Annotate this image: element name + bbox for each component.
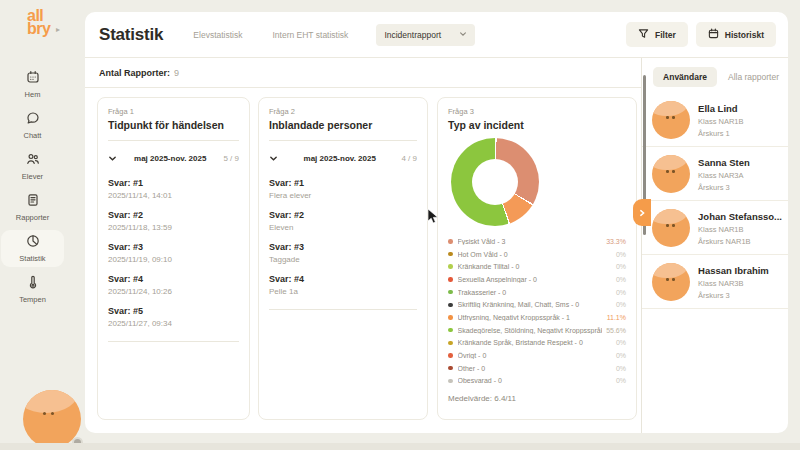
- answer-group-header[interactable]: maj 2025-nov. 2025 4 / 9: [269, 149, 417, 167]
- group-progress: 4 / 9: [401, 154, 417, 163]
- sidebar-item-statistik[interactable]: Statistik: [1, 230, 64, 267]
- report-count-label: Antal Rapporter:: [99, 68, 170, 78]
- app-logo[interactable]: all bry: [27, 9, 50, 35]
- main-body: Antal Rapporter: 9 Fråga 1 Tidpunkt för …: [85, 58, 788, 433]
- legend-item[interactable]: Övrigt - 0 0%: [448, 349, 626, 362]
- answer-item[interactable]: Svar: #2 Eleven: [269, 210, 417, 232]
- sidebar-item-chatt[interactable]: Chatt: [1, 107, 64, 144]
- user-list-item[interactable]: Hassan Ibrahim Klass NAR3B Årskurs 3: [642, 255, 788, 309]
- stats-icon: [26, 234, 40, 252]
- legend-item[interactable]: Kränkande Tilltal - 0 0%: [448, 260, 626, 273]
- legend-item[interactable]: Fysiskt Våld - 3 33.3%: [448, 235, 626, 248]
- sidebar-item-tempen[interactable]: Tempen: [1, 271, 64, 308]
- sidebar: all bry ▸ Hem Chatt Elever Rapporter Sta…: [0, 0, 85, 450]
- sidebar-item-hem[interactable]: Hem: [1, 66, 64, 103]
- users-panel: Användare Alla rapporter Ella Lind Klass…: [641, 58, 788, 433]
- legend-label: Kränkande Språk, Bristande Respekt - 0: [458, 339, 612, 346]
- calendar-icon: [26, 70, 40, 88]
- chart-average: Medelvärde: 6.4/11: [448, 394, 626, 403]
- legend-item[interactable]: Sexuella Anspelningar - 0 0%: [448, 273, 626, 286]
- tab-alla-rapporter[interactable]: Alla rapporter: [728, 72, 779, 82]
- sidebar-item-elever[interactable]: Elever: [1, 148, 64, 185]
- user-list-item[interactable]: Ella Lind Klass NAR1B Årskurs 1: [642, 93, 788, 147]
- question-label: Fråga 1: [108, 107, 239, 116]
- sidebar-item-rapporter[interactable]: Rapporter: [1, 189, 64, 226]
- user-grade: Årskurs NAR1B: [698, 237, 782, 246]
- legend-item[interactable]: Kränkande Språk, Bristande Respekt - 0 0…: [448, 337, 626, 350]
- legend-label: Skadegörelse, Stöldning, Negativt Kropps…: [458, 327, 603, 334]
- tab-anvandare[interactable]: Användare: [653, 67, 717, 87]
- question-label: Fråga 3: [448, 107, 626, 116]
- donut-hole: [472, 159, 518, 205]
- history-label: Historiskt: [725, 30, 764, 40]
- answer-item[interactable]: Svar: #2 2025/11/18, 13:59: [108, 210, 239, 232]
- filter-button[interactable]: Filter: [626, 22, 688, 47]
- answer-group-header[interactable]: maj 2025-nov. 2025 5 / 9: [108, 149, 239, 167]
- people-icon: [26, 152, 40, 170]
- legend-color-dot: [448, 315, 453, 320]
- legend-item[interactable]: Trakasserier - 0 0%: [448, 286, 626, 299]
- sidebar-item-label: Tempen: [19, 295, 46, 304]
- answer-item[interactable]: Svar: #5 2025/11/27, 09:34: [108, 306, 239, 328]
- user-grade: Årskurs 3: [698, 183, 750, 192]
- user-class: Klass NAR3B: [698, 279, 769, 288]
- legend-label: Sexuella Anspelningar - 0: [458, 276, 612, 283]
- answer-item[interactable]: Svar: #3 2025/11/19, 09:10: [108, 242, 239, 264]
- tab-intern-eht-statistik[interactable]: Intern EHT statistisk: [272, 30, 348, 40]
- answer-item[interactable]: Svar: #1 2025/11/14, 14:01: [108, 178, 239, 200]
- legend-item[interactable]: Skadegörelse, Stöldning, Negativt Kropps…: [448, 324, 626, 337]
- funnel-icon: [638, 28, 649, 41]
- divider: [108, 341, 239, 342]
- question-card-2: Fråga 2 Inblandade personer maj 2025-nov…: [258, 97, 428, 420]
- user-name: Ella Lind: [698, 103, 743, 114]
- answer-item[interactable]: Svar: #4 Pelle 1a: [269, 274, 417, 296]
- question-card-3: Fråga 3 Typ av incident Fysiskt Våld - 3…: [437, 97, 637, 420]
- history-button[interactable]: Historiskt: [696, 22, 776, 47]
- user-list-item[interactable]: Johan Stefansso... Klass NAR1B Årskurs N…: [642, 201, 788, 255]
- app-window: all bry ▸ Hem Chatt Elever Rapporter Sta…: [0, 0, 800, 450]
- tab-elevstatistik[interactable]: Elevstatistisk: [193, 30, 242, 40]
- answer-title: Svar: #4: [269, 274, 417, 284]
- group-period: maj 2025-nov. 2025: [117, 154, 223, 163]
- legend-color-dot: [448, 379, 453, 384]
- legend-item[interactable]: Hot Om Våld - 0 0%: [448, 248, 626, 261]
- sidebar-item-label: Rapporter: [16, 213, 49, 222]
- answer-value: Taggade: [269, 255, 417, 264]
- report-icon: [26, 193, 40, 211]
- question-title: Tidpunkt för händelsen: [108, 119, 239, 131]
- user-avatar: [652, 209, 690, 247]
- answer-value: Flera elever: [269, 191, 417, 200]
- chevron-down-icon[interactable]: [269, 149, 278, 167]
- legend-color-dot: [448, 353, 453, 358]
- group-period: maj 2025-nov. 2025: [278, 154, 401, 163]
- answer-value: 2025/11/27, 09:34: [108, 319, 239, 328]
- question-cards: Fråga 1 Tidpunkt för händelsen maj 2025-…: [85, 88, 641, 433]
- legend-item[interactable]: Obesvarad - 0 0%: [448, 375, 626, 388]
- answer-title: Svar: #1: [269, 178, 417, 188]
- answer-item[interactable]: Svar: #3 Taggade: [269, 242, 417, 264]
- sidebar-item-label: Hem: [25, 90, 41, 99]
- answer-title: Svar: #5: [108, 306, 239, 316]
- report-type-dropdown[interactable]: Incidentrapport: [376, 24, 475, 46]
- user-class: Klass NAR1B: [698, 225, 782, 234]
- user-list-item[interactable]: Sanna Sten Klass NAR3A Årskurs 3: [642, 147, 788, 201]
- incident-donut-chart[interactable]: [451, 138, 539, 226]
- current-user-avatar[interactable]: [23, 390, 85, 450]
- legend-color-dot: [448, 341, 453, 346]
- legend-item[interactable]: Other - 0 0%: [448, 362, 626, 375]
- legend-item[interactable]: Utfrysning, Negativt Kroppsspråk - 1 11.…: [448, 311, 626, 324]
- legend-color-dot: [448, 328, 453, 333]
- legend-percentage: 55.6%: [606, 327, 626, 334]
- answer-item[interactable]: Svar: #4 2025/11/24, 10:26: [108, 274, 239, 296]
- answer-item[interactable]: Svar: #1 Flera elever: [269, 178, 417, 200]
- legend-percentage: 11.1%: [607, 314, 626, 321]
- legend-item[interactable]: Skriftlig Kränkning, Mail, Chatt, Sms - …: [448, 298, 626, 311]
- user-info: Hassan Ibrahim Klass NAR3B Årskurs 3: [698, 263, 769, 301]
- page-title: Statistik: [99, 25, 163, 45]
- chevron-down-icon[interactable]: [108, 149, 117, 167]
- legend-label: Övrigt - 0: [458, 352, 612, 359]
- sidebar-expand-icon[interactable]: ▸: [56, 25, 60, 34]
- panel-collapse-handle[interactable]: [633, 199, 651, 226]
- divider: [269, 309, 417, 310]
- report-count-bar: Antal Rapporter: 9: [85, 58, 641, 88]
